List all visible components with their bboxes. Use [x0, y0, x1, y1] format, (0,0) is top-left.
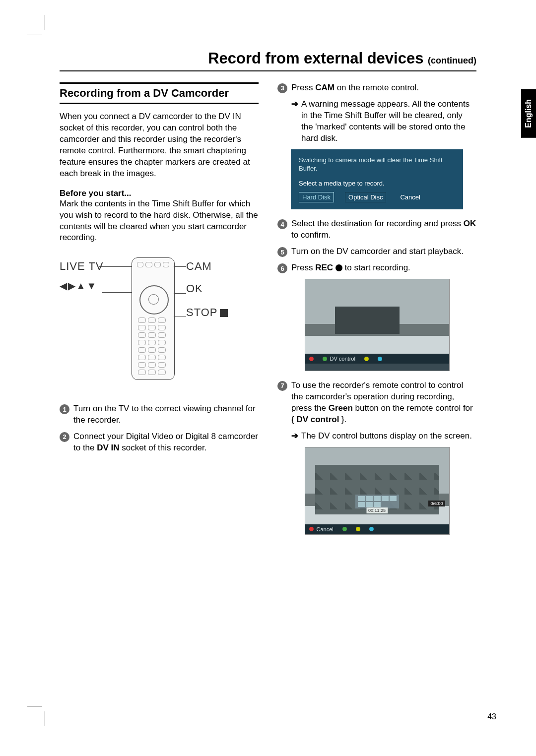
before-you-start-heading: Before you start...	[60, 189, 259, 198]
page-title: Record from external devices (continued)	[60, 50, 476, 71]
step-number-icon: 1	[60, 404, 69, 414]
step-7-result: ➔ The DV control buttons display on the …	[291, 431, 476, 442]
remote-label-stop: STOP	[186, 306, 228, 319]
green-dot-icon	[342, 527, 347, 531]
page-number: 43	[487, 712, 496, 721]
optical-disc-button[interactable]: Optical Disc	[345, 192, 386, 202]
step-4-text: Select the destination for recording and…	[291, 218, 476, 241]
step-1: 1 Turn on the TV to the correct viewing …	[60, 403, 259, 426]
step-number-icon: 4	[277, 219, 287, 229]
dv-control-buttons-screenshot: 0/6:00 00:11:25 Cancel	[305, 447, 450, 535]
dialog-message: Switching to camera mode will clear the …	[299, 156, 455, 173]
step-2: 2 Connect your Digital Video or Digital …	[60, 431, 259, 454]
remote-diagram: LIVE TV ◀ ▶ ▲ ▼ CAM OK STOP	[60, 252, 259, 391]
cancel-label: Cancel	[317, 526, 334, 532]
step-3-result: ➔ A warning message appears. All the con…	[291, 99, 476, 144]
step-number-icon: 7	[277, 381, 287, 391]
time-chip: 00:11:25	[366, 507, 388, 513]
step-7-text: To use the recorder's remote control to …	[291, 380, 476, 426]
playback-controls-overlay	[355, 495, 399, 508]
step-number-icon: 2	[60, 432, 69, 442]
title-continued: (continued)	[428, 56, 476, 65]
dv-control-label: DV control	[330, 356, 355, 362]
step-2-text: Connect your Digital Video or Digital 8 …	[73, 431, 259, 454]
before-you-start-body: Mark the contents in the Time Shift Buff…	[60, 198, 259, 244]
stop-icon	[220, 309, 228, 317]
yellow-dot-icon	[356, 527, 360, 531]
cancel-button[interactable]: Cancel	[397, 192, 423, 202]
red-dot-icon	[309, 357, 314, 361]
step-number-icon: 3	[277, 83, 287, 93]
step-4: 4 Select the destination for recording a…	[277, 218, 476, 241]
arrow-icon: ➔	[291, 99, 298, 144]
remote-outline	[132, 257, 175, 380]
duration-chip: 0/6:00	[428, 501, 445, 506]
step-number-icon: 5	[277, 247, 287, 257]
step-1-text: Turn on the TV to the correct viewing ch…	[73, 403, 259, 426]
section-heading: Recording from a DV Camcorder	[60, 82, 259, 104]
remote-label-ok: OK	[186, 282, 203, 295]
step-3-text: Press CAM on the remote control.	[291, 82, 419, 94]
yellow-dot-icon	[364, 357, 369, 361]
remote-label-livetv: LIVE TV	[60, 260, 104, 273]
step-6-text: Press REC to start recording.	[291, 262, 410, 274]
blue-dot-icon	[369, 527, 374, 531]
step-5: 5 Turn on the DV camcorder and start pla…	[277, 246, 476, 257]
blue-dot-icon	[378, 357, 382, 361]
step-7: 7 To use the recorder's remote control t…	[277, 380, 476, 426]
step-6: 6 Press REC to start recording.	[277, 262, 476, 274]
language-tab: English	[521, 89, 536, 138]
remote-label-cam: CAM	[186, 260, 212, 273]
step-5-text: Turn on the DV camcorder and start playb…	[291, 246, 464, 257]
intro-paragraph: When you connect a DV camcorder to the D…	[60, 111, 259, 180]
record-icon	[335, 264, 342, 271]
step-3: 3 Press CAM on the remote control.	[277, 82, 476, 94]
media-select-dialog: Switching to camera mode will clear the …	[291, 149, 463, 210]
dialog-prompt: Select a media type to record.	[299, 180, 455, 187]
title-main: Record from external devices	[208, 50, 423, 67]
green-dot-icon	[323, 357, 327, 361]
remote-label-arrows: ◀ ▶ ▲ ▼	[60, 280, 95, 292]
step-number-icon: 6	[277, 263, 287, 273]
dv-control-screenshot: DV control	[305, 279, 450, 371]
arrow-icon: ➔	[291, 431, 298, 442]
hard-disk-button[interactable]: Hard Disk	[299, 192, 334, 202]
red-dot-icon	[309, 527, 314, 531]
